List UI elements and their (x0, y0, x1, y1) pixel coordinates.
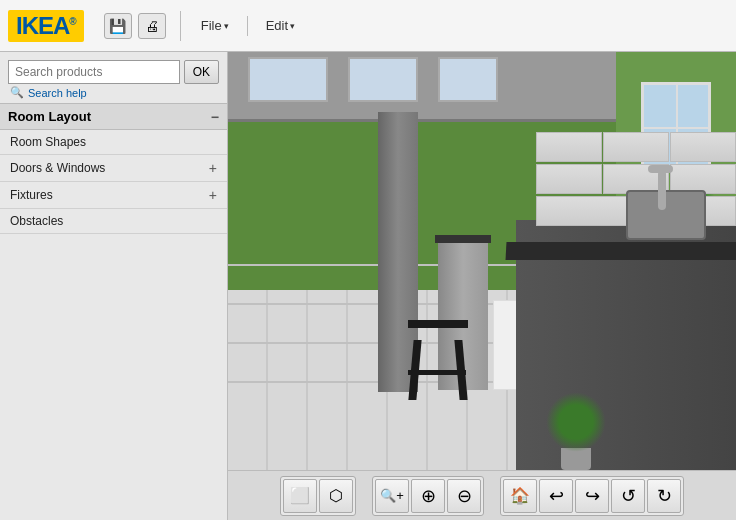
fixtures-expand-icon: + (209, 187, 217, 203)
fit-view-button[interactable]: 🏠 (503, 479, 537, 513)
search-area: OK 🔍 Search help (0, 52, 227, 103)
counter-top (506, 242, 736, 260)
3d-view-button[interactable]: ⬡ (319, 479, 353, 513)
room-view: ⬜ ⬡ 🔍+ ⊕ ⊖ 🏠 ↩ ↪ ↺ ↻ (228, 52, 736, 520)
stool-crossbar (408, 370, 466, 375)
zoom-out-button[interactable]: ⊖ (447, 479, 481, 513)
main-layout: OK 🔍 Search help Room Layout − Room Shap… (0, 52, 736, 520)
sidebar-item-doors-windows[interactable]: Doors & Windows + (0, 155, 227, 182)
header-icons: 💾 🖨 (104, 13, 166, 39)
header: IKEA® 💾 🖨 File ▾ Edit ▾ (0, 0, 736, 52)
cabinet-unit-7 (536, 196, 636, 226)
faucet (658, 170, 666, 210)
save-button[interactable]: 💾 (104, 13, 132, 39)
cabinet-unit-4 (536, 164, 602, 194)
doors-windows-label: Doors & Windows (10, 161, 105, 175)
search-help-icon: 🔍 (10, 86, 24, 99)
search-input[interactable] (8, 60, 180, 84)
search-ok-button[interactable]: OK (184, 60, 219, 84)
file-menu-label: File (201, 18, 222, 33)
sidebar: OK 🔍 Search help Room Layout − Room Shap… (0, 52, 228, 520)
bottom-toolbar: ⬜ ⬡ 🔍+ ⊕ ⊖ 🏠 ↩ ↪ ↺ ↻ (228, 470, 736, 520)
print-button[interactable]: 🖨 (138, 13, 166, 39)
tower-top (435, 235, 491, 243)
cabinet-unit-2 (603, 132, 669, 162)
reg-symbol: ® (69, 16, 75, 27)
room-shapes-label: Room Shapes (10, 135, 86, 149)
search-help-link[interactable]: Search help (28, 87, 87, 99)
header-separator (180, 11, 181, 41)
edit-menu-button[interactable]: Edit ▾ (260, 14, 301, 37)
zoom-in-button[interactable]: ⊕ (411, 479, 445, 513)
logo-text: IKEA (16, 12, 69, 39)
plant-leaves (546, 392, 606, 452)
sidebar-item-fixtures[interactable]: Fixtures + (0, 182, 227, 209)
file-menu-caret: ▾ (224, 21, 229, 31)
top-window-2 (348, 57, 418, 102)
rotate-right-button[interactable]: ↪ (575, 479, 609, 513)
stool (403, 320, 473, 400)
room-layout-header: Room Layout − (0, 103, 227, 130)
view-toolbar-group: ⬜ ⬡ (280, 476, 356, 516)
edit-menu-caret: ▾ (290, 21, 295, 31)
canvas-area[interactable]: ⬜ ⬡ 🔍+ ⊕ ⊖ 🏠 ↩ ↪ ↺ ↻ (228, 52, 736, 520)
sink (626, 190, 706, 240)
obstacles-label: Obstacles (10, 214, 63, 228)
ikea-logo: IKEA® (8, 10, 84, 42)
cabinet-row-1 (536, 132, 736, 162)
header-separator-2 (247, 16, 248, 36)
rotate-left-button[interactable]: ↩ (539, 479, 573, 513)
sidebar-item-obstacles[interactable]: Obstacles (0, 209, 227, 234)
2d-view-button[interactable]: ⬜ (283, 479, 317, 513)
undo-button[interactable]: ↺ (611, 479, 645, 513)
search-help-row: 🔍 Search help (8, 84, 219, 99)
cabinet-unit-1 (536, 132, 602, 162)
redo-button[interactable]: ↻ (647, 479, 681, 513)
file-menu-button[interactable]: File ▾ (195, 14, 235, 37)
doors-windows-expand-icon: + (209, 160, 217, 176)
room-layout-label: Room Layout (8, 109, 91, 124)
cabinet-unit-3 (670, 132, 736, 162)
stool-top (408, 320, 468, 328)
nav-toolbar-group: 🏠 ↩ ↪ ↺ ↻ (500, 476, 684, 516)
search-row: OK (8, 60, 219, 84)
edit-menu-label: Edit (266, 18, 288, 33)
top-window-1 (248, 57, 328, 102)
zoom-region-button[interactable]: 🔍+ (375, 479, 409, 513)
sidebar-item-room-shapes[interactable]: Room Shapes (0, 130, 227, 155)
room-layout-minimize-button[interactable]: − (211, 110, 219, 124)
zoom-toolbar-group: 🔍+ ⊕ ⊖ (372, 476, 484, 516)
floor-plant (546, 390, 606, 470)
top-window-3 (438, 57, 498, 102)
fixtures-label: Fixtures (10, 188, 53, 202)
